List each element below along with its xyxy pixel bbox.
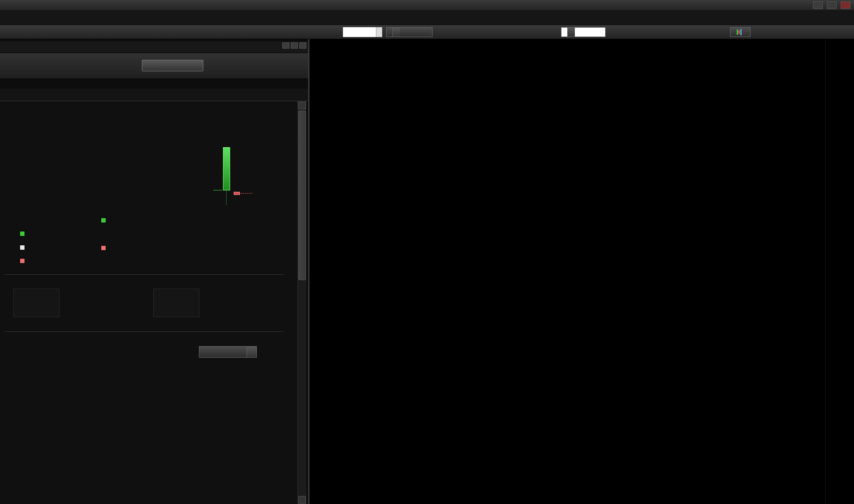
- drawdown-sparkline: [13, 289, 59, 317]
- report-tab-bar: [0, 89, 308, 101]
- time-axis: [309, 490, 825, 500]
- scrollbar-thumb[interactable]: [298, 111, 306, 280]
- scroll-down-button[interactable]: [298, 496, 306, 504]
- winning-legend-icon: [20, 231, 25, 236]
- chart-area: [309, 39, 854, 504]
- chevron-down-icon: [392, 28, 400, 37]
- gross-performance-chart: [83, 364, 289, 504]
- avg-win-connector: [213, 190, 222, 190]
- winning-trades-pct: [20, 162, 70, 212]
- chevron-down-icon: [247, 347, 256, 357]
- avg-orders-chart: [12, 494, 64, 504]
- even-legend-icon: [20, 245, 25, 250]
- report-minimize-button[interactable]: [282, 42, 289, 49]
- gold-price-axis: [826, 331, 854, 500]
- report-header: [0, 53, 308, 79]
- trade-markers-strip[interactable]: [309, 317, 825, 328]
- avg-loss-connector: [241, 193, 252, 194]
- losing-legend-icon: [20, 258, 25, 264]
- equity-axis: [826, 41, 854, 209]
- indicator-axis: [826, 213, 854, 312]
- gross-performance-period-dropdown[interactable]: [199, 346, 257, 358]
- window-titlebar: [0, 0, 854, 11]
- total-gain-legend-icon: [101, 218, 106, 223]
- scroll-up-button[interactable]: [298, 102, 306, 109]
- total-gain-row: [101, 216, 110, 224]
- close-button[interactable]: [841, 1, 850, 9]
- volume-strip[interactable]: [309, 478, 825, 489]
- report-window-controls: [282, 42, 306, 49]
- time-in-market-value: [18, 389, 61, 432]
- worst-trade-connector: [226, 191, 227, 205]
- candle-up-icon: [737, 29, 738, 35]
- avg-loss-bar: [234, 192, 240, 195]
- trading-workstation: { "titlebar": { "menu_icon": "▦", "symbo…: [0, 0, 854, 504]
- maximize-button[interactable]: [827, 1, 837, 9]
- account-statusbar: [0, 11, 854, 25]
- equity-curve-chart[interactable]: [309, 41, 825, 209]
- quantity-input[interactable]: [343, 29, 376, 36]
- minimize-button[interactable]: [813, 1, 823, 9]
- backtest-dates: [208, 57, 305, 74]
- candle-down-icon: [738, 30, 740, 34]
- section-divider: [4, 331, 284, 332]
- stepper-up-icon[interactable]: [376, 27, 382, 32]
- runup-sparkline: [153, 289, 199, 317]
- price-scatter-chart[interactable]: [309, 331, 825, 476]
- chevron-down-icon: [567, 28, 575, 37]
- gain-loss-ratio-value: [98, 162, 148, 212]
- winning-trades-donut: [20, 162, 70, 212]
- report-overview-panel: [0, 101, 297, 504]
- total-loss-legend-icon: [101, 245, 106, 251]
- timeframe-dropdown[interactable]: [561, 27, 606, 37]
- drawing-toolbar: [0, 25, 854, 39]
- chart-style-dropdown[interactable]: [730, 27, 751, 37]
- report-maximize-button[interactable]: [291, 42, 298, 49]
- backtest-report-window: [0, 39, 309, 504]
- report-close-button[interactable]: [299, 42, 306, 49]
- quantity-field: [343, 27, 382, 37]
- avg-win-bar: [223, 147, 230, 190]
- stepper-down-icon[interactable]: [376, 32, 382, 37]
- total-loss-row: [101, 244, 110, 252]
- units-dropdown[interactable]: [386, 27, 433, 37]
- price-axis-column[interactable]: [825, 39, 854, 504]
- report-scrollbar[interactable]: [297, 101, 306, 504]
- quantity-stepper[interactable]: [376, 27, 382, 37]
- losing-count-row: [20, 257, 29, 264]
- time-in-market-donut: [18, 389, 61, 432]
- position-indicator-chart[interactable]: [309, 213, 825, 312]
- section-divider: [4, 274, 284, 275]
- candle-line-icon: [740, 29, 742, 35]
- even-count-row: [20, 244, 29, 251]
- modify-probacktest-button[interactable]: [142, 60, 203, 71]
- winning-count-row: [20, 230, 29, 237]
- window-tab-bar: [0, 41, 308, 53]
- gain-loss-ratio-donut: [98, 162, 148, 212]
